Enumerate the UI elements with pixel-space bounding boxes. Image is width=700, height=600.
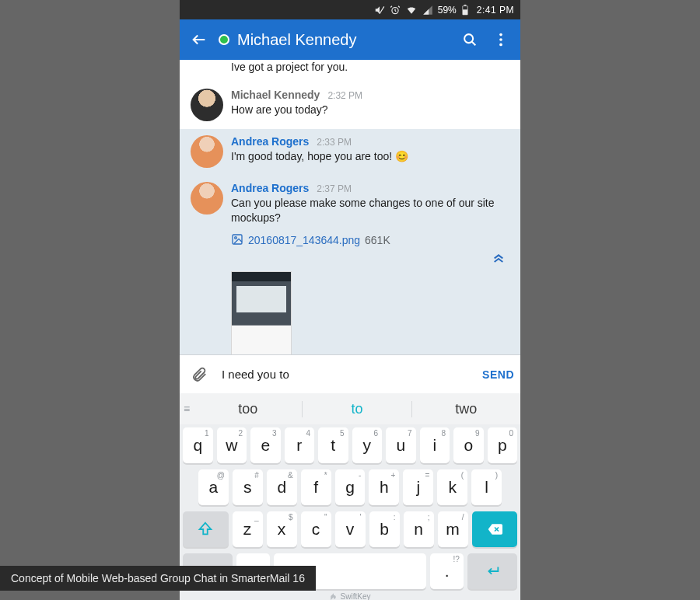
- svg-point-8: [499, 44, 502, 47]
- key-e[interactable]: e3: [250, 427, 281, 463]
- key-row: q1w2e3r4t5y6u7i8o9p0: [180, 424, 520, 466]
- shift-key[interactable]: [183, 511, 229, 547]
- send-button[interactable]: SEND: [482, 368, 514, 381]
- svg-line-0: [380, 6, 384, 13]
- key-u[interactable]: u7: [386, 427, 416, 463]
- phone-frame: 59% 2:41 PM Michael Kennedy Ive got a pr…: [180, 0, 520, 600]
- timestamp: 2:33 PM: [317, 137, 352, 148]
- svg-point-10: [235, 236, 237, 239]
- key-j[interactable]: j=: [403, 469, 433, 505]
- sender-name: Andrea Rogers: [231, 182, 309, 194]
- alarm-icon: [390, 5, 401, 16]
- message-input[interactable]: [222, 368, 471, 381]
- message-text: I'm good today, hope you are too! 😊: [231, 149, 509, 164]
- battery-percent: 59%: [438, 5, 457, 16]
- clock-time: 2:41 PM: [477, 5, 514, 16]
- image-icon: [231, 233, 243, 248]
- key-d[interactable]: d&: [267, 469, 297, 505]
- key-g[interactable]: g-: [335, 469, 366, 505]
- key-t[interactable]: t5: [318, 427, 348, 463]
- key-p[interactable]: p0: [488, 427, 518, 463]
- composer-bar: SEND: [180, 354, 520, 393]
- back-button[interactable]: [187, 28, 211, 51]
- key-b[interactable]: b:: [369, 511, 400, 547]
- android-status-bar: 59% 2:41 PM: [180, 0, 520, 19]
- key-r[interactable]: r4: [285, 427, 315, 463]
- key-f[interactable]: f*: [301, 469, 331, 505]
- message-row: Andrea Rogers 2:33 PM I'm good today, ho…: [180, 129, 520, 176]
- message-row: Andrea Rogers 2:37 PM Can you please mak…: [180, 176, 520, 354]
- suggestion[interactable]: too: [194, 401, 303, 417]
- svg-rect-9: [233, 235, 242, 244]
- key-c[interactable]: c": [301, 511, 331, 547]
- avatar[interactable]: [191, 135, 223, 168]
- message-text: Can you please make some changes to one …: [231, 196, 509, 225]
- backspace-key[interactable]: [472, 511, 518, 547]
- svg-point-5: [464, 34, 473, 43]
- wifi-icon: [405, 5, 418, 16]
- enter-key[interactable]: [467, 553, 517, 589]
- key-l[interactable]: l): [471, 469, 502, 505]
- overflow-menu-button[interactable]: [489, 28, 513, 51]
- key-q[interactable]: q1: [183, 427, 213, 463]
- collapse-button[interactable]: [489, 251, 508, 267]
- key-v[interactable]: v': [335, 511, 366, 547]
- avatar[interactable]: [191, 182, 223, 215]
- attachment-filename[interactable]: 20160817_143644.png: [248, 234, 360, 246]
- message-list[interactable]: Ive got a project for you. Michael Kenne…: [180, 60, 520, 354]
- drag-handle-icon[interactable]: ≡: [180, 403, 194, 415]
- attachment-size: 661K: [365, 234, 390, 246]
- key-row: a@s#d&f*g-h+j=k(l): [180, 466, 520, 508]
- timestamp: 2:32 PM: [327, 90, 362, 101]
- timestamp: 2:37 PM: [317, 183, 352, 194]
- key-s[interactable]: s#: [233, 469, 263, 505]
- key-o[interactable]: o9: [453, 427, 484, 463]
- conversation-title: Michael Kennedy: [237, 31, 356, 49]
- key-i[interactable]: i8: [420, 427, 450, 463]
- key-m[interactable]: m/: [438, 511, 468, 547]
- svg-rect-4: [463, 6, 467, 9]
- key-a[interactable]: a@: [198, 469, 229, 505]
- key-y[interactable]: y6: [352, 427, 383, 463]
- attachment-thumbnail[interactable]: The ultimate Microsoft Exchange alternat…: [231, 271, 292, 354]
- message-row: Michael Kennedy 2:32 PM How are you toda…: [180, 82, 520, 129]
- key-z[interactable]: z_: [233, 511, 263, 547]
- key-row: z_x$c"v'b:n;m/: [180, 508, 520, 550]
- attachment[interactable]: 20160817_143644.png 661K: [231, 233, 509, 248]
- presence-indicator: [219, 34, 229, 45]
- attach-button[interactable]: [187, 363, 211, 386]
- mute-icon: [374, 5, 385, 16]
- key-h[interactable]: h+: [369, 469, 399, 505]
- suggestion-bar: ≡ too to two: [180, 393, 520, 424]
- suggestion[interactable]: two: [412, 401, 520, 417]
- search-button[interactable]: [458, 28, 481, 51]
- key-k[interactable]: k(: [437, 469, 467, 505]
- avatar[interactable]: [191, 89, 223, 121]
- svg-rect-3: [464, 5, 466, 5]
- image-caption: Concept of Mobile Web-based Group Chat i…: [0, 566, 316, 591]
- period-key[interactable]: .!?: [430, 553, 464, 589]
- svg-point-7: [499, 38, 502, 41]
- sender-name: Andrea Rogers: [231, 135, 309, 148]
- suggestion[interactable]: to: [303, 401, 411, 417]
- message-text: How are you today?: [231, 103, 509, 117]
- key-n[interactable]: n;: [404, 511, 434, 547]
- svg-point-6: [499, 33, 502, 37]
- message-row: Ive got a project for you.: [180, 60, 520, 82]
- app-toolbar: Michael Kennedy: [180, 19, 520, 60]
- battery-icon: [461, 5, 469, 16]
- key-w[interactable]: w2: [217, 427, 247, 463]
- signal-icon: [422, 5, 433, 16]
- message-text: Ive got a project for you.: [231, 60, 509, 75]
- keyboard-brand: SwiftKey: [180, 592, 520, 600]
- key-x[interactable]: x$: [267, 511, 297, 547]
- sender-name: Michael Kennedy: [231, 89, 320, 101]
